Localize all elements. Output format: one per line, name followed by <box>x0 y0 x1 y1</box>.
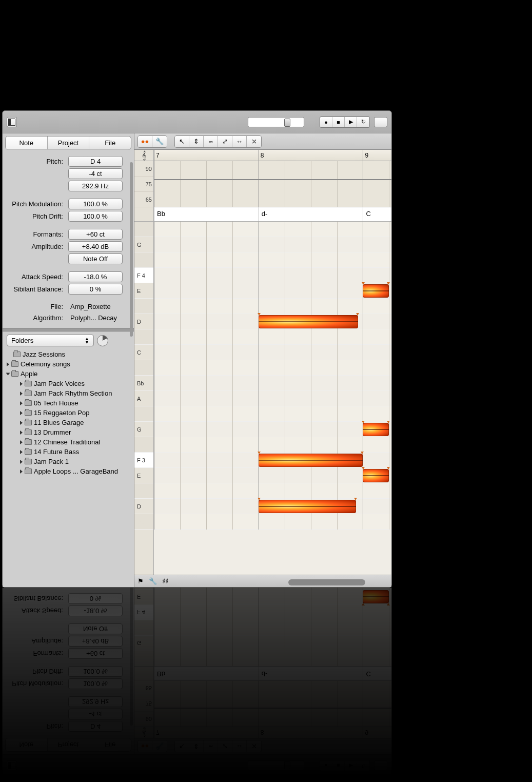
folder-item[interactable]: Apple <box>7 369 130 379</box>
tab-project[interactable]: Project <box>48 136 90 149</box>
pitch-lane[interactable] <box>154 588 391 666</box>
record-button[interactable]: ● <box>320 761 332 771</box>
tab-note[interactable]: Note <box>6 738 48 751</box>
folder-item[interactable]: 11 Blues Garage <box>7 418 130 427</box>
pitch-tool[interactable]: ⇕ <box>189 741 204 752</box>
formants-field[interactable]: +60 ct <box>68 229 123 240</box>
pitch-drift-field[interactable]: 100.0 % <box>68 666 123 677</box>
folder-item[interactable]: Jazz Sessions <box>7 349 130 359</box>
noteoff-button[interactable]: Note Off <box>68 623 123 634</box>
folder-item[interactable]: 14 Future Bass <box>7 447 130 457</box>
note-blob[interactable] <box>363 590 389 603</box>
sidebar-scrollbar[interactable] <box>130 162 133 337</box>
chord-marker[interactable]: C <box>363 207 370 221</box>
note-blob[interactable] <box>259 454 363 467</box>
pitch-drift-field[interactable]: 100.0 % <box>68 211 123 222</box>
pitch-mod-field[interactable]: 100.0 % <box>68 678 123 689</box>
formant-tool[interactable]: ⎓ <box>204 136 218 147</box>
chord-marker[interactable]: C <box>363 667 370 680</box>
folder-item[interactable]: 12 Chinese Traditional <box>7 437 130 447</box>
zoom-slider[interactable] <box>248 117 304 127</box>
extra-button[interactable] <box>374 117 387 127</box>
amplitude-field[interactable]: +8.40 dB <box>68 636 123 647</box>
editor-grid[interactable]: 789 Bbd-C <box>154 150 391 575</box>
folder-item[interactable]: Celemony songs <box>7 359 130 369</box>
pitch-hz-field[interactable]: 292.9 Hz <box>68 696 123 707</box>
folder-item[interactable]: 05 Tech House <box>7 398 130 408</box>
bar-ruler[interactable]: 789 <box>154 727 391 738</box>
loop-button[interactable]: ↻ <box>357 761 369 771</box>
tab-project[interactable]: Project <box>48 738 90 751</box>
tab-note[interactable]: Note <box>6 136 48 149</box>
horizontal-scrollbar[interactable] <box>288 579 365 585</box>
folder-item[interactable]: Jam Pack 1 <box>7 457 130 466</box>
note-blob[interactable] <box>363 423 389 436</box>
amplitude-tool[interactable]: ⤢ <box>218 136 232 147</box>
stop-button[interactable]: ■ <box>332 117 345 127</box>
folder-item[interactable]: 13 Drummer <box>7 427 130 437</box>
noteoff-button[interactable]: Note Off <box>68 253 123 264</box>
tab-file[interactable]: File <box>89 136 131 149</box>
pitch-note-field[interactable]: D 4 <box>68 156 123 167</box>
time-tool[interactable]: ↔ <box>232 136 247 147</box>
bar-ruler[interactable]: 789 <box>154 150 391 161</box>
sidebar-toggle-button[interactable] <box>7 117 17 127</box>
formant-tool[interactable]: ⎓ <box>204 741 218 752</box>
editor-grid[interactable]: 789 Bbd-C <box>154 588 391 738</box>
attack-field[interactable]: -18.0 % <box>68 605 123 616</box>
play-button[interactable]: ▶ <box>345 117 357 127</box>
sibilant-field[interactable]: 0 % <box>68 593 123 604</box>
pitch-cents-field[interactable]: -4 ct <box>68 709 123 719</box>
sharps-icon[interactable]: ♯♯ <box>162 577 168 585</box>
formants-field[interactable]: +60 ct <box>68 648 123 659</box>
note-blob[interactable] <box>259 500 356 513</box>
chord-marker[interactable]: Bb <box>154 667 165 680</box>
time-tool[interactable]: ↔ <box>232 741 247 752</box>
sidebar-toggle-button[interactable] <box>7 761 17 771</box>
note-blob[interactable] <box>363 469 389 482</box>
amplitude-tool[interactable]: ⤢ <box>218 741 232 752</box>
pitch-cents-field[interactable]: -4 ct <box>68 168 123 179</box>
amplitude-lane[interactable] <box>154 161 391 207</box>
zoom-slider[interactable] <box>248 761 304 771</box>
folder-item[interactable]: Jam Pack Rhythm Section <box>7 388 130 398</box>
folder-item[interactable]: Apple Loops ... GarageBand <box>7 466 130 476</box>
pitch-lane[interactable] <box>154 222 391 530</box>
blob-tool[interactable]: ●● <box>138 136 152 147</box>
bar-marker[interactable]: 8 <box>259 727 264 738</box>
pitch-note-field[interactable]: D 4 <box>68 721 123 732</box>
bar-marker[interactable]: 9 <box>363 727 368 738</box>
browser-mode-select[interactable]: Folders ▲▼ <box>7 335 94 346</box>
wrench-tool[interactable]: 🔧 <box>152 136 167 147</box>
pitch-tool[interactable]: ⇕ <box>189 136 204 147</box>
loop-button[interactable]: ↻ <box>357 117 369 127</box>
chord-marker[interactable]: d- <box>259 667 268 680</box>
bar-marker[interactable]: 9 <box>363 150 368 161</box>
attack-field[interactable]: -18.0 % <box>68 271 123 282</box>
amplitude-lane[interactable] <box>154 680 391 727</box>
note-blob[interactable] <box>259 315 358 328</box>
play-button[interactable]: ▶ <box>345 761 357 771</box>
usage-pie-icon[interactable] <box>97 335 108 346</box>
wrench-icon[interactable]: 🔧 <box>149 577 157 585</box>
amplitude-field[interactable]: +8.40 dB <box>68 241 123 252</box>
chord-lane[interactable]: Bbd-C <box>154 666 391 680</box>
sibilant-field[interactable]: 0 % <box>68 284 123 295</box>
split-tool[interactable]: ⤫ <box>247 136 261 147</box>
sidebar-scrollbar[interactable] <box>130 588 133 726</box>
extra-button[interactable] <box>374 761 387 771</box>
bar-marker[interactable]: 7 <box>154 727 160 738</box>
folder-item[interactable]: Jam Pack Voices <box>7 379 130 388</box>
arrow-tool[interactable]: ↖ <box>175 136 189 147</box>
stop-button[interactable]: ■ <box>332 761 345 771</box>
wrench-tool[interactable]: 🔧 <box>152 741 167 752</box>
record-button[interactable]: ● <box>320 117 332 127</box>
pitch-mod-field[interactable]: 100.0 % <box>68 199 123 209</box>
blob-tool[interactable]: ●● <box>138 741 152 752</box>
bar-marker[interactable]: 8 <box>259 150 264 161</box>
flag-icon[interactable]: ⚑ <box>137 577 144 585</box>
arrow-tool[interactable]: ↖ <box>175 741 189 752</box>
chord-marker[interactable]: d- <box>259 207 268 221</box>
chord-marker[interactable]: Bb <box>154 207 165 221</box>
chord-lane[interactable]: Bbd-C <box>154 207 391 222</box>
